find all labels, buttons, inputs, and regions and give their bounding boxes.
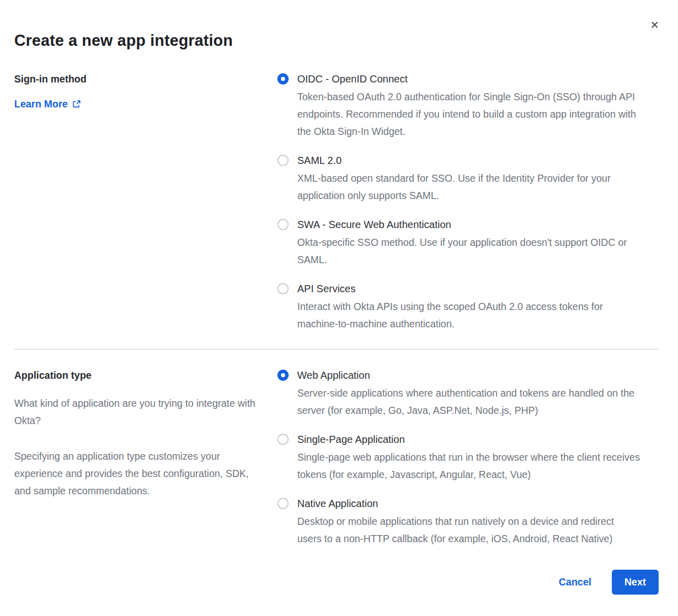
option-text: SAML 2.0 XML-based open standard for SSO… <box>297 154 641 204</box>
close-button[interactable]: × <box>647 17 662 33</box>
radio-unselected-icon[interactable] <box>277 219 289 230</box>
option-description: Desktop or mobile applications that run … <box>297 513 641 547</box>
radio-unselected-icon[interactable] <box>277 283 289 294</box>
radio-option-saml[interactable]: SAML 2.0 XML-based open standard for SSO… <box>277 154 641 204</box>
application-type-left-column: Application type What kind of applicatio… <box>14 369 277 547</box>
application-type-label: Application type <box>14 369 265 381</box>
option-text: OIDC - OpenID Connect Token-based OAuth … <box>297 73 641 140</box>
radio-option-single-page-application[interactable]: Single-Page Application Single-page web … <box>277 433 641 483</box>
radio-unselected-icon[interactable] <box>277 155 289 166</box>
option-text: Web Application Server-side applications… <box>297 369 641 419</box>
signin-method-left-column: Sign-in method Learn More <box>14 73 277 332</box>
radio-selected-icon[interactable] <box>277 370 289 381</box>
signin-method-label: Sign-in method <box>14 73 265 85</box>
signin-method-section: Sign-in method Learn More OIDC - OpenID … <box>14 73 659 332</box>
option-title: SWA - Secure Web Authentication <box>297 218 641 231</box>
learn-more-label: Learn More <box>14 98 68 110</box>
signin-method-options: OIDC - OpenID Connect Token-based OAuth … <box>277 73 641 332</box>
radio-option-web-application[interactable]: Web Application Server-side applications… <box>277 369 641 419</box>
radio-option-swa[interactable]: SWA - Secure Web Authentication Okta-spe… <box>277 218 641 268</box>
option-text: API Services Interact with Okta APIs usi… <box>297 283 641 332</box>
radio-unselected-icon[interactable] <box>277 434 289 445</box>
option-description: Server-side applications where authentic… <box>297 384 641 419</box>
close-icon: × <box>651 17 659 33</box>
option-title: SAML 2.0 <box>297 154 641 166</box>
option-description: Single-page web applications that run in… <box>297 449 641 483</box>
option-description: Interact with Okta APIs using the scoped… <box>297 298 641 332</box>
radio-option-oidc[interactable]: OIDC - OpenID Connect Token-based OAuth … <box>277 73 641 140</box>
option-title: OIDC - OpenID Connect <box>297 73 641 85</box>
option-title: Single-Page Application <box>297 433 641 445</box>
option-description: Okta-specific SSO method. Use if your ap… <box>297 234 641 268</box>
external-link-icon <box>72 100 81 108</box>
application-type-question: What kind of application are you trying … <box>14 395 265 429</box>
option-description: XML-based open standard for SSO. Use if … <box>297 170 641 204</box>
application-type-section: Application type What kind of applicatio… <box>14 369 659 547</box>
application-type-options: Web Application Server-side applications… <box>277 369 641 547</box>
option-text: Single-Page Application Single-page web … <box>297 433 641 483</box>
option-title: Native Application <box>297 497 641 510</box>
radio-option-api-services[interactable]: API Services Interact with Okta APIs usi… <box>277 283 641 332</box>
page-title: Create a new app integration <box>14 32 659 50</box>
learn-more-link[interactable]: Learn More <box>14 98 81 110</box>
option-title: API Services <box>297 283 641 295</box>
section-divider <box>14 349 659 350</box>
radio-option-native-application[interactable]: Native Application Desktop or mobile app… <box>277 497 641 547</box>
option-title: Web Application <box>297 369 641 381</box>
create-app-integration-dialog: × Create a new app integration Sign-in m… <box>0 0 678 616</box>
cancel-button[interactable]: Cancel <box>559 576 591 588</box>
option-description: Token-based OAuth 2.0 authentication for… <box>297 88 641 140</box>
dialog-footer: Cancel Next <box>14 570 659 595</box>
option-text: Native Application Desktop or mobile app… <box>297 497 641 547</box>
next-button[interactable]: Next <box>612 570 659 595</box>
radio-unselected-icon[interactable] <box>277 498 289 509</box>
radio-selected-icon[interactable] <box>277 73 289 85</box>
application-type-help-text: Specifying an application type customize… <box>14 447 265 499</box>
option-text: SWA - Secure Web Authentication Okta-spe… <box>297 218 641 268</box>
